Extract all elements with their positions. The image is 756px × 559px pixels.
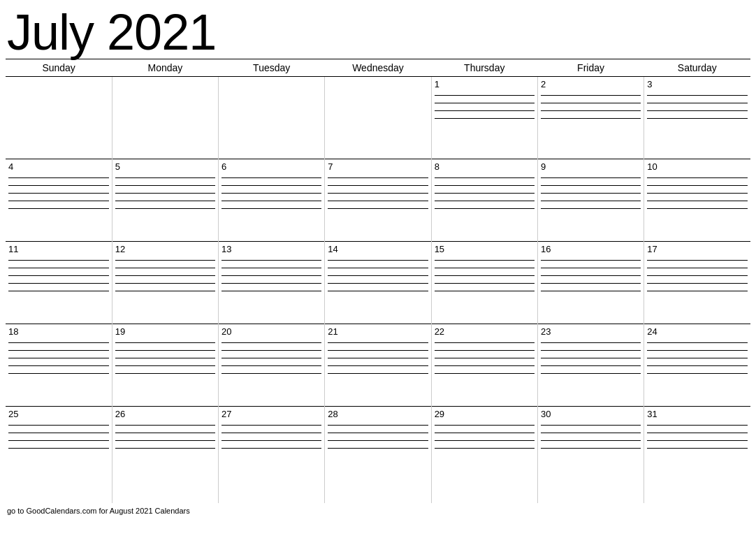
- day-line: [8, 365, 109, 366]
- day-line: [8, 208, 109, 209]
- day-line: [647, 95, 748, 96]
- day-line: [435, 433, 535, 433]
- day-line: [8, 193, 109, 194]
- day-line: [8, 268, 109, 268]
- day-line: [115, 201, 215, 201]
- day-line: [435, 358, 535, 358]
- day-line: [647, 373, 748, 374]
- day-lines: [328, 177, 428, 209]
- day-line: [647, 342, 748, 343]
- day-number: 12: [115, 244, 215, 254]
- day-line: [115, 425, 215, 426]
- day-line: [328, 350, 428, 351]
- day-lines: [435, 177, 535, 209]
- day-line: [541, 103, 641, 103]
- day-line: [8, 185, 109, 186]
- calendar-cell: 24: [644, 324, 750, 407]
- day-line: [328, 185, 428, 186]
- day-line: [221, 440, 321, 441]
- day-line: [8, 373, 109, 374]
- day-number: 7: [328, 161, 428, 172]
- day-line: [221, 365, 321, 366]
- calendar-cell: 29: [431, 407, 537, 503]
- calendar-cell: 21: [325, 324, 431, 407]
- day-lines: [541, 177, 641, 209]
- calendar-cell: 25: [6, 407, 112, 503]
- day-of-week-header: Thursday: [431, 59, 537, 77]
- day-line: [8, 358, 109, 358]
- day-number: 6: [221, 161, 321, 172]
- day-number: 14: [328, 244, 428, 254]
- day-lines: [8, 260, 109, 291]
- day-line: [541, 283, 641, 284]
- day-number: 25: [8, 409, 109, 419]
- day-number: 18: [8, 326, 109, 337]
- day-line: [8, 260, 109, 261]
- day-line: [541, 365, 641, 366]
- calendar-cell: [6, 77, 112, 159]
- day-of-week-header: Sunday: [6, 59, 112, 77]
- day-of-week-header: Tuesday: [219, 59, 325, 77]
- day-line: [541, 177, 641, 178]
- calendar-cell: 12: [112, 242, 218, 324]
- day-line: [435, 118, 535, 119]
- calendar-cell: 11: [6, 242, 112, 324]
- day-lines: [221, 425, 321, 449]
- day-number: 10: [647, 161, 748, 172]
- day-lines: [115, 260, 215, 291]
- day-line: [115, 440, 215, 441]
- day-line: [328, 201, 428, 201]
- day-line: [541, 440, 641, 441]
- day-line: [647, 177, 748, 178]
- day-line: [221, 342, 321, 343]
- month-title: July 2021: [6, 7, 750, 57]
- day-line: [115, 365, 215, 366]
- day-line: [435, 342, 535, 343]
- day-line: [647, 118, 748, 119]
- day-number: 13: [221, 244, 321, 254]
- day-line: [435, 193, 535, 194]
- day-line: [541, 275, 641, 276]
- day-line: [221, 433, 321, 433]
- day-lines: [541, 342, 641, 374]
- day-line: [647, 103, 748, 103]
- calendar-cell: 30: [537, 407, 644, 503]
- calendar-cell: 5: [112, 159, 218, 242]
- day-line: [328, 268, 428, 268]
- day-number: 24: [647, 326, 748, 337]
- day-line: [115, 275, 215, 276]
- calendar-cell: 28: [325, 407, 431, 503]
- day-line: [541, 95, 641, 96]
- day-lines: [435, 425, 535, 449]
- day-number: 9: [541, 161, 641, 172]
- day-line: [115, 260, 215, 261]
- calendar-cell: 18: [6, 324, 112, 407]
- day-line: [328, 358, 428, 358]
- day-lines: [647, 177, 748, 209]
- day-lines: [435, 342, 535, 374]
- day-line: [328, 291, 428, 291]
- day-number: 17: [647, 244, 748, 254]
- day-line: [221, 177, 321, 178]
- day-line: [647, 365, 748, 366]
- day-number: 4: [8, 161, 109, 172]
- day-line: [8, 440, 109, 441]
- day-number: 5: [115, 161, 215, 172]
- day-line: [435, 365, 535, 366]
- day-of-week-header: Friday: [537, 59, 644, 77]
- calendar-cell: 31: [644, 407, 750, 503]
- day-number: 11: [8, 244, 109, 254]
- day-number: 28: [328, 409, 428, 419]
- day-line: [541, 358, 641, 358]
- day-line: [435, 373, 535, 374]
- day-line: [115, 283, 215, 284]
- day-line: [647, 268, 748, 268]
- day-line: [541, 193, 641, 194]
- day-line: [328, 448, 428, 449]
- footer-text: go to GoodCalendars.com for August 2021 …: [6, 504, 750, 517]
- day-line: [541, 373, 641, 374]
- day-number: 2: [541, 79, 641, 89]
- calendar-cell: [112, 77, 218, 159]
- day-line: [115, 350, 215, 351]
- day-line: [435, 448, 535, 449]
